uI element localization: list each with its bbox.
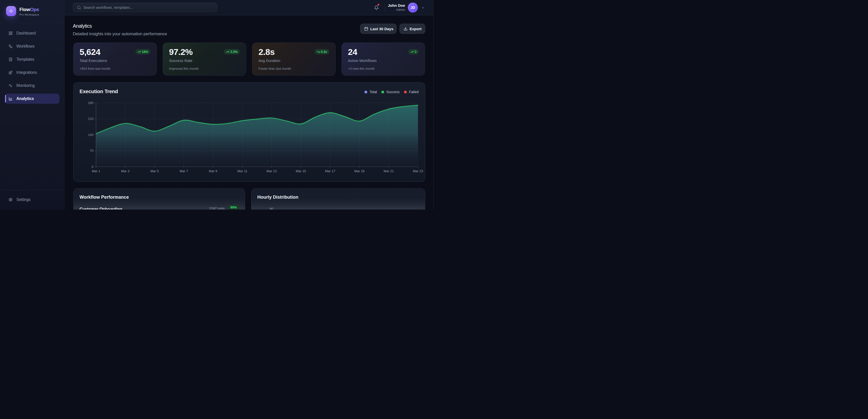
svg-text:Mar 1: Mar 1 <box>92 169 100 173</box>
svg-text:80: 80 <box>270 207 273 210</box>
svg-text:Mar 19: Mar 19 <box>354 169 364 173</box>
svg-text:Mar 23: Mar 23 <box>413 169 423 173</box>
svg-text:Mar 13: Mar 13 <box>267 169 277 173</box>
svg-text:0: 0 <box>92 165 93 169</box>
svg-text:140: 140 <box>88 133 93 137</box>
svg-text:Mar 3: Mar 3 <box>121 169 129 173</box>
svg-text:Mar 15: Mar 15 <box>296 169 306 173</box>
svg-text:Mar 21: Mar 21 <box>383 169 394 173</box>
svg-text:Mar 9: Mar 9 <box>209 169 217 173</box>
svg-text:Mar 7: Mar 7 <box>180 169 188 173</box>
svg-text:280: 280 <box>88 101 93 105</box>
svg-text:210: 210 <box>88 117 93 121</box>
svg-text:Mar 17: Mar 17 <box>325 169 335 173</box>
svg-text:Mar 11: Mar 11 <box>237 169 247 173</box>
svg-text:Mar 5: Mar 5 <box>150 169 159 173</box>
svg-text:70: 70 <box>90 149 93 153</box>
